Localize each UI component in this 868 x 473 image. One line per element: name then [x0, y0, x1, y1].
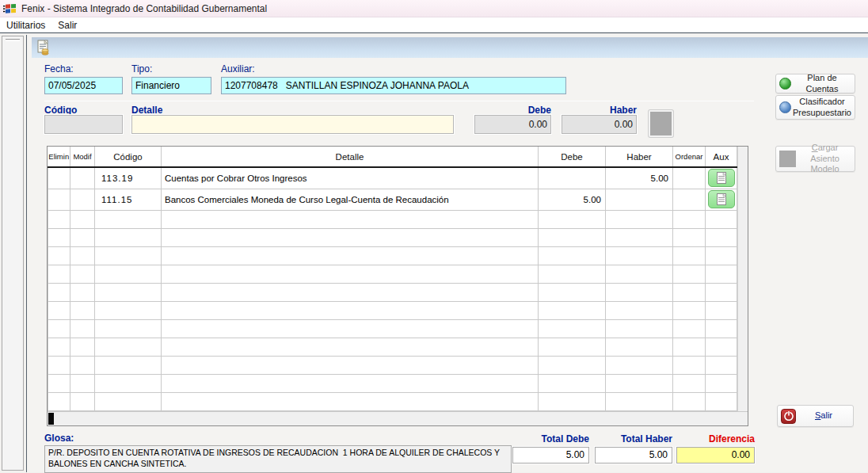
cell-elimin[interactable]: [48, 167, 70, 189]
cell-codigo[interactable]: [95, 246, 162, 265]
menu-utilitarios[interactable]: Utilitarios: [0, 18, 51, 32]
cell-codigo[interactable]: [95, 374, 162, 392]
cell-codigo[interactable]: [95, 301, 162, 319]
cell-detalle[interactable]: [162, 319, 539, 338]
cell-codigo[interactable]: [95, 392, 162, 410]
cell-detalle[interactable]: [162, 228, 539, 246]
cell-modif[interactable]: [70, 246, 95, 265]
cell-debe[interactable]: [539, 374, 606, 392]
cell-haber[interactable]: [606, 374, 673, 392]
cell-codigo[interactable]: 111.15: [95, 189, 162, 210]
cell-haber[interactable]: [606, 210, 673, 228]
fecha-input[interactable]: [44, 77, 123, 94]
cell-haber[interactable]: [606, 392, 673, 410]
horizontal-scrollbar-thumb[interactable]: [48, 413, 54, 425]
table-row[interactable]: [48, 301, 737, 319]
cell-elimin[interactable]: [48, 392, 70, 410]
cell-ordenar[interactable]: [673, 283, 706, 301]
cell-modif[interactable]: [70, 338, 95, 356]
cell-debe[interactable]: [539, 167, 606, 189]
cell-haber[interactable]: [606, 301, 673, 319]
cell-haber[interactable]: [606, 283, 673, 301]
cell-detalle[interactable]: [162, 338, 539, 356]
table-row[interactable]: [48, 283, 737, 301]
cell-modif[interactable]: [70, 301, 95, 319]
cell-haber[interactable]: [606, 228, 673, 246]
cell-debe[interactable]: [539, 319, 606, 338]
cell-debe[interactable]: [539, 228, 606, 246]
collapsed-side-panel[interactable]: [2, 36, 24, 471]
cell-detalle[interactable]: [162, 210, 539, 228]
cell-debe[interactable]: [539, 265, 606, 283]
cell-codigo[interactable]: [95, 228, 162, 246]
cell-haber[interactable]: [606, 338, 673, 356]
cell-debe[interactable]: [539, 356, 606, 374]
cell-ordenar[interactable]: [673, 210, 706, 228]
table-row[interactable]: 111.15Bancos Comerciales Moneda de Curso…: [48, 189, 737, 210]
cell-detalle[interactable]: [162, 374, 539, 392]
cell-detalle[interactable]: [162, 265, 539, 283]
cell-ordenar[interactable]: [673, 374, 706, 392]
cell-codigo[interactable]: [95, 210, 162, 228]
cell-modif[interactable]: [70, 210, 95, 228]
table-row[interactable]: [48, 246, 737, 265]
cell-haber[interactable]: [606, 319, 673, 338]
cell-detalle[interactable]: [162, 392, 539, 410]
detalle-entry-input[interactable]: [131, 115, 454, 134]
cell-modif[interactable]: [70, 283, 95, 301]
cell-codigo[interactable]: [95, 283, 162, 301]
cell-ordenar[interactable]: [673, 265, 706, 283]
cell-debe[interactable]: 5.00: [539, 189, 606, 210]
debe-entry-input[interactable]: [474, 115, 551, 134]
aux-document-button[interactable]: [708, 190, 735, 208]
cell-debe[interactable]: [539, 246, 606, 265]
cell-debe[interactable]: [539, 210, 606, 228]
cell-detalle[interactable]: Bancos Comerciales Moneda de Curso Legal…: [162, 189, 539, 210]
add-entry-button[interactable]: [649, 110, 673, 137]
vertical-scrollbar[interactable]: [737, 147, 748, 411]
cell-modif[interactable]: [70, 228, 95, 246]
cell-debe[interactable]: [539, 301, 606, 319]
clasificador-presupuestario-button[interactable]: Clasificador Presupuestario: [775, 95, 855, 120]
cell-ordenar[interactable]: [673, 338, 706, 356]
cell-codigo[interactable]: 113.19: [95, 167, 162, 189]
cell-elimin[interactable]: [48, 246, 70, 265]
cell-elimin[interactable]: [48, 189, 70, 210]
menu-salir[interactable]: Salir: [51, 18, 83, 32]
cell-codigo[interactable]: [95, 338, 162, 356]
salir-button[interactable]: Salir: [777, 405, 854, 427]
cell-elimin[interactable]: [48, 228, 70, 246]
cell-modif[interactable]: [70, 356, 95, 374]
cell-modif[interactable]: [70, 374, 95, 392]
cell-elimin[interactable]: [48, 265, 70, 283]
cell-elimin[interactable]: [48, 338, 70, 356]
aux-document-button[interactable]: [708, 169, 735, 187]
cell-modif[interactable]: [70, 167, 95, 189]
cell-modif[interactable]: [70, 265, 95, 283]
table-row[interactable]: 113.19Cuentas por Cobrar Otros Ingresos5…: [48, 167, 737, 189]
cell-ordenar[interactable]: [673, 167, 706, 189]
cell-elimin[interactable]: [48, 374, 70, 392]
table-row[interactable]: [48, 319, 737, 338]
cell-elimin[interactable]: [48, 356, 70, 374]
haber-entry-input[interactable]: [562, 115, 637, 134]
new-entry-document-coins-icon[interactable]: [36, 40, 51, 55]
cell-elimin[interactable]: [48, 301, 70, 319]
cell-ordenar[interactable]: [673, 392, 706, 410]
cell-debe[interactable]: [539, 283, 606, 301]
codigo-entry-input[interactable]: [44, 115, 123, 134]
cell-detalle[interactable]: [162, 246, 539, 265]
cell-elimin[interactable]: [48, 210, 70, 228]
cell-modif[interactable]: [70, 319, 95, 338]
cell-ordenar[interactable]: [673, 189, 706, 210]
cell-detalle[interactable]: Cuentas por Cobrar Otros Ingresos: [162, 167, 539, 189]
cell-ordenar[interactable]: [673, 228, 706, 246]
cell-debe[interactable]: [539, 392, 606, 410]
table-row[interactable]: [48, 374, 737, 392]
table-row[interactable]: [48, 210, 737, 228]
cargar-asiento-modelo-button[interactable]: Cargar Asiento Modelo: [775, 146, 855, 172]
cell-detalle[interactable]: [162, 283, 539, 301]
glosa-textarea[interactable]: P/R. DEPOSITO EN CUENTA ROTATIVA DE INGR…: [44, 445, 512, 473]
cell-haber[interactable]: [606, 246, 673, 265]
cell-ordenar[interactable]: [673, 301, 706, 319]
